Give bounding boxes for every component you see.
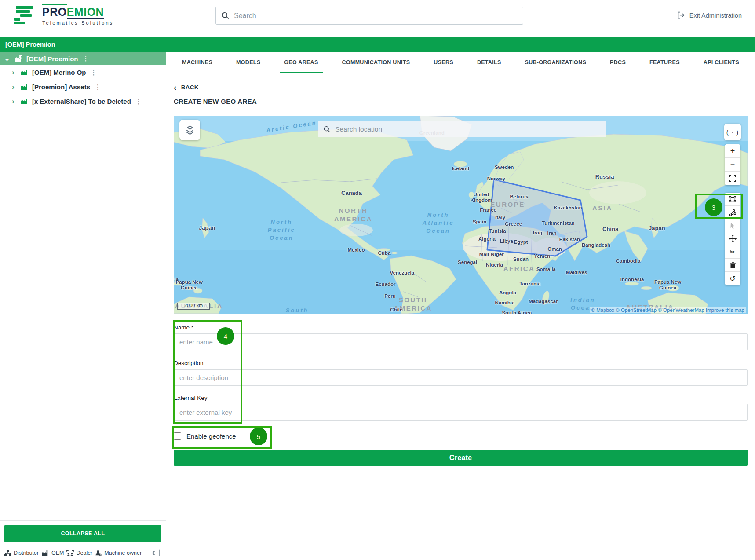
tab-pdcs[interactable]: PDCS <box>605 52 630 73</box>
factory-icon <box>20 84 29 90</box>
map-layers-button[interactable] <box>179 120 200 140</box>
enable-geofence-row: Enable geofence <box>174 429 748 443</box>
machine-owner-icon <box>95 550 102 556</box>
distributor-icon <box>4 550 11 556</box>
sidebar-item-label: [OEM] Merino Op <box>32 69 86 76</box>
geo-area-create-view: ‹ BACK CREATE NEW GEO AREA <box>166 84 755 466</box>
delete-feature-button[interactable] <box>725 259 740 272</box>
tab-sub-organizations[interactable]: SUB-ORGANIZATIONS <box>521 52 591 73</box>
map-search-box[interactable] <box>318 121 606 137</box>
map-label: North Atlantic Ocean <box>423 211 454 235</box>
name-field[interactable] <box>174 333 748 350</box>
map-label: Spain <box>473 219 486 225</box>
zoom-in-button[interactable]: + <box>725 144 740 158</box>
factory-icon <box>20 69 29 76</box>
map-label: Pakistan <box>559 236 580 242</box>
sidebar-item-proemion-assets[interactable]: › [Proemion] Assets ⋮ <box>0 80 166 94</box>
layers-icon <box>184 124 196 136</box>
map-label: Peru <box>384 293 396 299</box>
map-labels: Arctic OceanGreenlandIcelandSwedenNorway… <box>174 116 748 314</box>
map-label: France <box>480 207 496 213</box>
collapse-left-icon <box>152 549 161 557</box>
map-label: Arctic Ocean <box>266 119 317 135</box>
map-label: Canada <box>341 190 362 196</box>
back-label: BACK <box>181 84 199 91</box>
map-label: EUROPE <box>490 200 525 209</box>
move-feature-button[interactable] <box>725 232 740 245</box>
dealer-icon <box>66 550 74 556</box>
chevron-left-icon: ‹ <box>174 84 177 91</box>
global-search[interactable] <box>215 7 523 25</box>
tab-features[interactable]: FEATURES <box>645 52 684 73</box>
map-label: Iraq <box>533 230 542 235</box>
external-key-label: External Key <box>174 395 748 401</box>
fullscreen-button[interactable] <box>725 172 740 185</box>
page-title: CREATE NEW GEO AREA <box>174 98 748 105</box>
tab-geo-areas[interactable]: GEO AREAS <box>280 52 322 73</box>
item-menu-icon[interactable]: ⋮ <box>95 83 101 91</box>
legend-machine-owner: Machine owner <box>95 550 142 556</box>
zoom-out-button[interactable]: − <box>725 158 740 172</box>
map-label: Indonesia <box>174 277 179 282</box>
map-label: Egypt <box>514 239 528 245</box>
map-label: Greece <box>505 221 522 227</box>
fullscreen-icon <box>729 175 736 182</box>
geo-area-map[interactable]: Arctic OceanGreenlandIcelandSwedenNorway… <box>174 116 748 314</box>
tab-models[interactable]: MODELS <box>232 52 265 73</box>
search-icon <box>323 125 331 133</box>
cut-feature-button[interactable]: ✂ <box>725 245 740 259</box>
tab-communication-units[interactable]: COMMUNICATION UNITS <box>338 52 415 73</box>
tab-details[interactable]: DETAILS <box>473 52 506 73</box>
chevron-down-icon[interactable]: ⌄ <box>4 55 11 62</box>
select-feature-button[interactable] <box>725 219 740 232</box>
improve-map-link[interactable]: Improve this map <box>706 307 744 313</box>
collapse-all-button[interactable]: COLLAPSE ALL <box>4 525 161 542</box>
enable-geofence-label: Enable geofence <box>186 432 236 440</box>
legend-distributor: Distributor <box>4 550 39 556</box>
description-field[interactable] <box>174 369 748 386</box>
collapse-sidebar-button[interactable] <box>152 549 161 557</box>
external-key-field[interactable] <box>174 404 748 421</box>
map-label: North Pacific Ocean <box>268 218 295 242</box>
back-button[interactable]: ‹ BACK <box>174 84 209 91</box>
app-header: PROEMION Telematics Solutions Exit Admin… <box>0 0 755 37</box>
sidebar-item-externalshare-to-be-deleted[interactable]: › [x ExternalShare] To be Deleted ⋮ <box>0 94 166 109</box>
map-search-input[interactable] <box>335 125 601 133</box>
tab-api-clients[interactable]: API CLIENTS <box>699 52 744 73</box>
tab-machines[interactable]: MACHINES <box>178 52 217 73</box>
item-menu-icon[interactable]: ⋮ <box>135 98 142 106</box>
sidebar-item-label: [OEM] Proemion <box>26 55 78 62</box>
chevron-right-icon[interactable]: › <box>10 84 17 91</box>
current-org-title: [OEM] Proemion <box>5 41 55 48</box>
item-menu-icon[interactable]: ⋮ <box>83 55 89 62</box>
chevron-right-icon[interactable]: › <box>10 69 17 76</box>
enable-geofence-checkbox[interactable] <box>174 432 181 440</box>
map-label: Indonesia <box>620 277 644 282</box>
tab-users[interactable]: USERS <box>429 52 458 73</box>
map-label: Maldives <box>566 269 587 275</box>
legend-dealer: Dealer <box>66 550 92 556</box>
move-icon <box>729 235 737 242</box>
map-label: Iceland <box>452 166 470 172</box>
draw-rectangle-button[interactable] <box>725 193 740 206</box>
map-label: Japan <box>199 224 215 231</box>
sidebar-item-oem-merino-op[interactable]: › [OEM] Merino Op ⋮ <box>0 65 166 80</box>
global-search-input[interactable] <box>234 12 518 20</box>
item-menu-icon[interactable]: ⋮ <box>91 69 97 77</box>
sidebar-item-oem-proemion[interactable]: ⌄ [OEM] Proemion ⋮ <box>0 52 166 65</box>
create-button[interactable]: Create <box>174 450 748 466</box>
org-tabs: MACHINES MODELS GEO AREAS COMMUNICATION … <box>166 52 755 73</box>
attribution-text: © Mapbox © OpenStreetMap © OpenWeatherMa… <box>591 307 704 313</box>
map-scale: 2000 km <box>177 303 210 310</box>
map-label: Turkmenistan <box>542 220 575 226</box>
name-label: Name * <box>174 324 748 331</box>
chevron-right-icon[interactable]: › <box>10 98 17 105</box>
map-label: Russia <box>595 173 614 180</box>
draw-polygon-button[interactable] <box>725 206 740 219</box>
rotate-feature-button[interactable]: ↺ <box>725 272 740 285</box>
draw-polygon-icon <box>729 209 737 216</box>
geolocate-button[interactable]: ( · ) <box>724 124 741 140</box>
exit-administration-button[interactable]: Exit Administration <box>676 11 742 20</box>
map-label: Sweden <box>495 165 514 170</box>
map-label: Cuba <box>378 250 391 256</box>
